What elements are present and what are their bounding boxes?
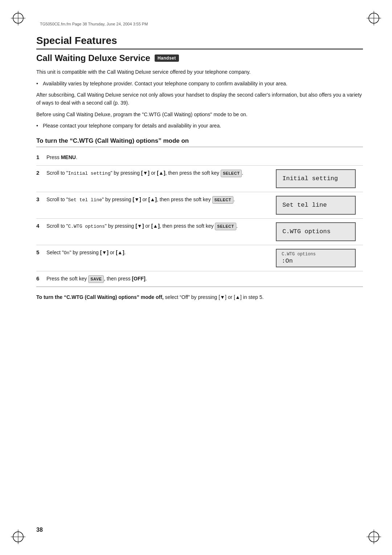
body-text-1: This unit is compatible with the Call Wa… xyxy=(36,68,363,76)
step-4-text: Scroll to "C.WTG options" by pressing [▼… xyxy=(46,222,276,230)
steps-container: 1 Press MENU. 2 Scroll to "Initial setti… xyxy=(36,150,363,287)
instruction-heading: To turn the “C.WTG (Call Waiting) option… xyxy=(36,137,363,147)
screen-value-on: :On xyxy=(282,258,350,264)
screen-box-on: C.WTG options :On xyxy=(276,249,356,267)
screen-box-initial: Initial setting xyxy=(276,169,356,188)
reg-mark-tl xyxy=(11,11,25,25)
reg-mark-br xyxy=(367,530,381,544)
step-1-number: 1 xyxy=(36,154,46,160)
step-5-number: 5 xyxy=(36,249,46,255)
page-header: TG5050CE.fm.fm Page 38 Thursday, June 24… xyxy=(36,22,363,26)
step-3: 3 Scroll to "Set tel line" by pressing [… xyxy=(36,192,363,219)
screen-box-cwtg: C.WTG options xyxy=(276,222,356,241)
step-6-number: 6 xyxy=(36,275,46,281)
subsection-title: Call Waiting Deluxe Service Handset xyxy=(36,53,363,63)
step-6: 6 Press the soft key SAVE, then press [O… xyxy=(36,271,363,287)
screen-label-cwtg: C.WTG options xyxy=(282,252,350,257)
step-2-text: Scroll to "Initial setting" by pressing … xyxy=(46,169,276,177)
step-1: 1 Press MENU. xyxy=(36,150,363,166)
step-2: 2 Scroll to "Initial setting" by pressin… xyxy=(36,166,363,192)
step-3-number: 3 xyxy=(36,196,46,202)
page-number: 38 xyxy=(36,527,43,533)
reg-mark-bl xyxy=(11,530,25,544)
section-title: Special Features xyxy=(36,35,363,49)
step-4-number: 4 xyxy=(36,222,46,229)
handset-badge: Handset xyxy=(155,54,179,62)
body-text-3: Before using Call Waiting Deluxe, progra… xyxy=(36,111,363,119)
bold-note-bold: To turn the “C.WTG (Call Waiting) option… xyxy=(36,294,164,300)
screen-box-settelline: Set tel line xyxy=(276,196,356,215)
step-2-screen: Initial setting xyxy=(276,169,363,188)
bold-note: To turn the “C.WTG (Call Waiting) option… xyxy=(36,293,363,301)
bullet-2: Please contact your telephone company fo… xyxy=(36,122,363,130)
step-6-text: Press the soft key SAVE, then press [OFF… xyxy=(46,275,363,283)
step-5: 5 Select "On" by pressing [▼] or [▲]. C.… xyxy=(36,245,363,271)
subsection-title-text: Call Waiting Deluxe Service xyxy=(36,53,150,63)
reg-mark-tr xyxy=(367,11,381,25)
body-text-2: After subscribing, Call Waiting Deluxe s… xyxy=(36,91,363,107)
step-2-number: 2 xyxy=(36,169,46,176)
step-4-screen: C.WTG options xyxy=(276,222,363,241)
bullet-1: Availability varies by telephone provide… xyxy=(36,80,363,88)
page-container: TG5050CE.fm.fm Page 38 Thursday, June 24… xyxy=(0,0,392,555)
step-3-text: Scroll to "Set tel line" by pressing [▼]… xyxy=(46,196,276,204)
step-1-text: Press MENU. xyxy=(46,154,363,162)
step-5-screen: C.WTG options :On xyxy=(276,249,363,267)
step-3-screen: Set tel line xyxy=(276,196,363,215)
step-5-text: Select "On" by pressing [▼] or [▲]. xyxy=(46,249,276,257)
bold-note-normal: select “Off” by pressing [▼] or [▲] in s… xyxy=(164,294,264,300)
step-4: 4 Scroll to "C.WTG options" by pressing … xyxy=(36,219,363,245)
